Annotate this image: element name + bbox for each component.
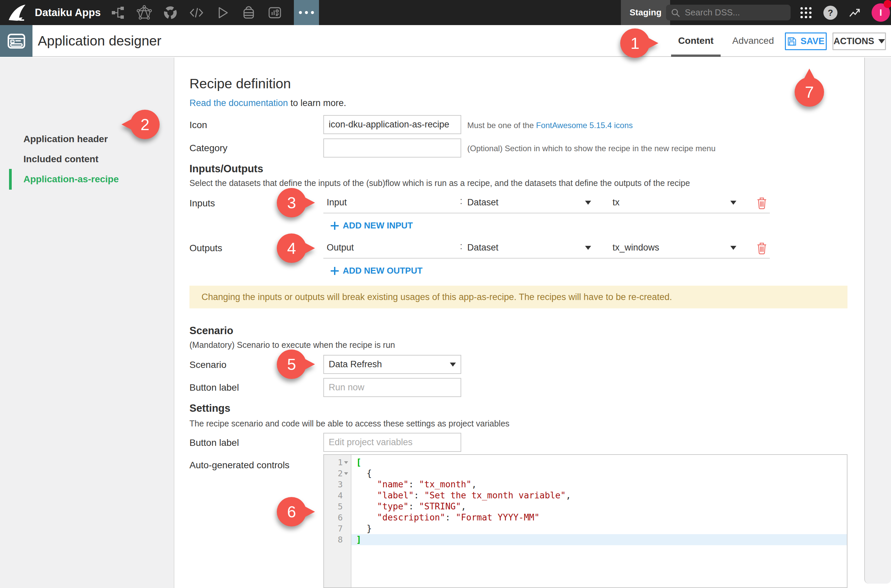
line-number: 3	[338, 480, 343, 489]
fold-caret-icon[interactable]	[344, 461, 348, 464]
doc-suffix: to learn more.	[288, 98, 346, 108]
icon-helper: Must be one of the FontAwesome 5.15.4 ic…	[467, 121, 633, 130]
page-scrollbar[interactable]	[864, 57, 891, 584]
code-editor[interactable]: 1 2 3 4 5 6 7 8 [ { "name": "tx_month", …	[323, 454, 847, 588]
code-line: }	[352, 523, 847, 534]
code-icon[interactable]	[189, 5, 204, 20]
input-dataset-select[interactable]: tx	[613, 197, 736, 208]
trash-icon	[756, 196, 768, 210]
save-button[interactable]: SAVE	[785, 33, 827, 50]
output-row: Output : Dataset tx_windows	[323, 238, 770, 258]
scenario-select[interactable]: Data Refresh	[323, 355, 461, 374]
output-dataset-value: tx_windows	[613, 243, 660, 253]
add-new-output-label: ADD NEW OUTPUT	[343, 266, 422, 276]
output-separator: :	[460, 241, 463, 252]
save-label: SAVE	[801, 36, 825, 46]
plus-icon	[331, 267, 339, 275]
line-number: 2	[338, 469, 343, 478]
tab-advanced[interactable]: Advanced	[728, 25, 778, 57]
fold-caret-icon[interactable]	[344, 472, 348, 475]
input-row: Input : Dataset tx	[323, 193, 770, 213]
io-warning-banner: Changing the inputs or outputs will brea…	[189, 286, 847, 308]
scenario-title: Scenario	[189, 325, 233, 337]
run-button-label: Button label	[189, 382, 239, 393]
code-line: "description": "Format YYYY-MM"	[352, 512, 847, 523]
icon-helper-prefix: Must be one of the	[467, 121, 536, 130]
actions-button[interactable]: ACTIONS	[832, 33, 886, 50]
add-new-input-button[interactable]: ADD NEW INPUT	[331, 220, 413, 231]
help-icon[interactable]: ?	[823, 6, 837, 20]
input-name-field[interactable]: Input	[327, 197, 347, 208]
code-line: [	[352, 457, 847, 468]
delete-input-button[interactable]	[756, 196, 768, 210]
settings-title: Settings	[189, 402, 230, 414]
tab-content[interactable]: Content	[671, 25, 721, 57]
inputs-label: Inputs	[189, 198, 215, 209]
more-menu-button[interactable]	[294, 0, 319, 25]
inputs-outputs-title: Inputs/Outputs	[189, 163, 263, 175]
scenario-field-label: Scenario	[189, 360, 227, 370]
actions-label: ACTIONS	[834, 36, 874, 46]
output-name-field[interactable]: Output	[327, 243, 354, 253]
fontawesome-link[interactable]: FontAwesome 5.15.4 icons	[536, 121, 633, 130]
callout-7: 7	[795, 77, 824, 107]
code-line-active: ]	[352, 534, 847, 545]
chevron-down-icon	[730, 201, 736, 205]
icon-field-label: Icon	[189, 120, 207, 130]
settings-button-label: Button label	[189, 438, 239, 448]
chevron-down-icon	[585, 246, 591, 250]
output-type-value: Dataset	[467, 243, 498, 253]
outputs-label: Outputs	[189, 243, 222, 254]
notebooks-icon[interactable]	[267, 5, 282, 20]
callout-3: 3	[277, 188, 306, 218]
sidebar-item-application-as-recipe[interactable]: Application-as-recipe	[23, 174, 119, 184]
chevron-down-icon	[878, 39, 885, 44]
chevron-down-icon	[450, 363, 456, 367]
notification-dot	[883, 0, 891, 8]
line-number: 8	[338, 535, 343, 544]
line-number: 7	[338, 524, 343, 534]
plus-icon	[331, 222, 339, 230]
scenario-description: (Mandatory) Scenario to execute when the…	[189, 340, 395, 350]
sidebar-item-included-content[interactable]: Included content	[23, 154, 98, 165]
apps-grid-icon[interactable]	[799, 6, 813, 20]
search-input[interactable]	[666, 4, 790, 20]
line-number: 1	[338, 458, 343, 467]
env-badge[interactable]: Staging	[621, 0, 670, 25]
input-separator: :	[460, 196, 463, 206]
jobs-icon[interactable]	[241, 5, 256, 20]
flow-icon[interactable]	[110, 5, 126, 20]
add-new-output-button[interactable]: ADD NEW OUTPUT	[331, 266, 422, 276]
category-input[interactable]	[323, 138, 461, 158]
output-dataset-select[interactable]: tx_windows	[613, 243, 736, 253]
page-title: Application designer	[38, 33, 161, 49]
chevron-down-icon	[585, 201, 591, 205]
floppy-icon	[787, 37, 796, 46]
recipe-definition-title: Recipe definition	[189, 76, 291, 92]
lab-icon[interactable]	[137, 5, 152, 20]
input-type-select[interactable]: Dataset	[467, 197, 591, 208]
charts-icon[interactable]	[163, 5, 178, 20]
inputs-outputs-description: Select the datasets that define the inpu…	[189, 178, 690, 188]
trash-icon	[756, 242, 768, 255]
active-item-indicator	[9, 169, 12, 190]
output-type-select[interactable]: Dataset	[467, 243, 591, 253]
trend-icon[interactable]	[847, 5, 861, 20]
top-navbar: Dataiku Apps	[0, 0, 891, 25]
read-documentation-link[interactable]: Read the documentation	[189, 98, 288, 108]
input-type-value: Dataset	[467, 197, 498, 208]
icon-input[interactable]	[323, 115, 461, 134]
line-number: 6	[338, 513, 343, 522]
code-line: {	[352, 468, 847, 479]
search-box	[666, 4, 790, 20]
dataiku-bird-logo[interactable]	[6, 3, 30, 23]
run-button-label-input[interactable]	[323, 378, 461, 397]
settings-button-label-input[interactable]	[323, 433, 461, 452]
editor-gutter: 1 2 3 4 5 6 7 8	[324, 455, 352, 587]
code-area[interactable]: [ { "name": "tx_month", "label": "Set th…	[352, 455, 847, 587]
run-icon[interactable]	[215, 5, 230, 20]
code-line: "type": "STRING",	[352, 501, 847, 512]
delete-output-button[interactable]	[756, 242, 768, 255]
sidebar-item-application-header[interactable]: Application header	[23, 134, 108, 144]
code-line: "label": "Set the tx_month variable",	[352, 490, 847, 501]
